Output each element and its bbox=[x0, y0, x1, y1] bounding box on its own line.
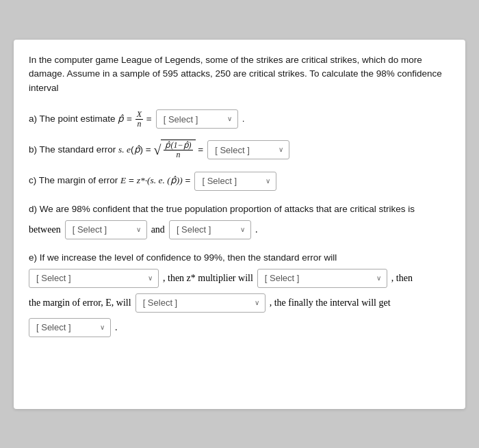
part-e-select4-label: [ Select ] bbox=[36, 322, 96, 332]
between-label: between bbox=[29, 224, 61, 235]
part-e-row1: [ Select ] ∨ , then z* multiplier will [… bbox=[29, 269, 450, 288]
part-e-select1-label: [ Select ] bbox=[36, 273, 144, 283]
part-e-row2: the margin of error, E, will [ Select ] … bbox=[29, 293, 450, 313]
part-b-label: b) The standard error s. e(p̂) = √ p̂(1−… bbox=[29, 140, 203, 160]
part-c-select[interactable]: [ Select ] ∨ bbox=[194, 172, 276, 191]
part-c-select-label: [ Select ] bbox=[202, 173, 261, 189]
chevron-down-icon: ∨ bbox=[279, 144, 283, 156]
part-e-select3-label: [ Select ] bbox=[143, 298, 250, 308]
part-e-margin-text: the margin of error, E, will bbox=[29, 298, 131, 308]
intro-paragraph: In the computer game League of Legends, … bbox=[29, 53, 450, 96]
part-a-select[interactable]: [ Select ] ∨ bbox=[156, 109, 238, 129]
and-label: and bbox=[151, 224, 165, 235]
main-card: In the computer game League of Legends, … bbox=[14, 40, 465, 409]
part-c-block: c) The margin of error E = z*·(s. e. (p̂… bbox=[29, 172, 450, 191]
chevron-down-icon: ∨ bbox=[376, 274, 381, 282]
part-e-intro: e) If we increase the level of confidenc… bbox=[29, 250, 450, 266]
part-c-label: c) The margin of error E = z*·(s. e. (p̂… bbox=[29, 172, 190, 189]
part-e-select2-label: [ Select ] bbox=[265, 273, 372, 283]
part-e-select1[interactable]: [ Select ] ∨ bbox=[29, 269, 159, 288]
part-e-block: e) If we increase the level of confidenc… bbox=[29, 250, 450, 337]
part-d-dot: . bbox=[255, 224, 258, 235]
part-b-select[interactable]: [ Select ] ∨ bbox=[207, 140, 289, 159]
part-d-select2-label: [ Select ] bbox=[177, 224, 236, 235]
chevron-down-icon: ∨ bbox=[136, 226, 141, 233]
chevron-down-icon: ∨ bbox=[266, 175, 270, 187]
part-e-select3[interactable]: [ Select ] ∨ bbox=[135, 293, 266, 313]
chevron-down-icon: ∨ bbox=[148, 274, 153, 282]
part-e-select2[interactable]: [ Select ] ∨ bbox=[257, 269, 387, 288]
part-a-block: a) The point estimate p̂ = X n = [ Selec… bbox=[29, 109, 450, 129]
part-e-then-text: , then bbox=[391, 273, 413, 284]
part-d-text: d) We are 98% confident that the true po… bbox=[29, 202, 450, 218]
chevron-down-icon: ∨ bbox=[100, 324, 105, 331]
part-e-dot: . bbox=[115, 322, 118, 333]
chevron-down-icon: ∨ bbox=[227, 113, 232, 125]
part-a-select-label: [ Select ] bbox=[164, 111, 223, 127]
part-d-block: d) We are 98% confident that the true po… bbox=[29, 202, 450, 239]
part-a-label: a) The point estimate p̂ = X n = bbox=[29, 110, 152, 129]
part-b-line: b) The standard error s. e(p̂) = √ p̂(1−… bbox=[29, 140, 450, 160]
part-c-line: c) The margin of error E = z*·(s. e. (p̂… bbox=[29, 172, 450, 191]
part-e-then-z-text: , then z* multiplier will bbox=[163, 273, 253, 284]
part-e-select4[interactable]: [ Select ] ∨ bbox=[29, 318, 111, 337]
part-d-select2[interactable]: [ Select ] ∨ bbox=[169, 220, 251, 239]
part-b-select-label: [ Select ] bbox=[215, 142, 274, 158]
part-e-row3: [ Select ] ∨ . bbox=[29, 318, 450, 337]
part-b-block: b) The standard error s. e(p̂) = √ p̂(1−… bbox=[29, 140, 450, 160]
chevron-down-icon: ∨ bbox=[240, 226, 245, 233]
part-d-select1[interactable]: [ Select ] ∨ bbox=[65, 220, 147, 239]
part-a-line: a) The point estimate p̂ = X n = [ Selec… bbox=[29, 109, 450, 129]
part-d-select1-label: [ Select ] bbox=[73, 224, 132, 235]
part-d-selects-row: between [ Select ] ∨ and [ Select ] ∨ . bbox=[29, 220, 450, 239]
part-a-dot: . bbox=[242, 111, 245, 127]
chevron-down-icon: ∨ bbox=[255, 299, 259, 306]
part-e-interval-text: , the finally the interval will get bbox=[270, 298, 391, 308]
